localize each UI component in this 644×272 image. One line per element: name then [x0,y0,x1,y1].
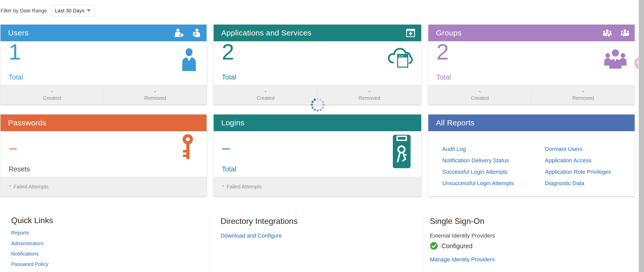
passwords-card-body: – Resets [1,131,207,177]
applications-total-label: Total [222,73,236,81]
users-card-title: Users [8,29,29,37]
external-identity-providers-label: External Identity Providers [430,232,495,239]
users-removed-cell: - Removed [104,85,207,105]
filter-bar: Filter by Date Range Last 30 Days [1,5,95,17]
quick-link-administrators[interactable]: Administrators [11,241,44,246]
applications-created-cell: - Created [214,85,317,105]
section-divider [423,216,423,272]
groups-card: Groups 2 Total [428,25,635,105]
users-total-value: 1 [9,40,21,64]
applications-total-value: 2 [222,40,234,64]
add-application-icon[interactable] [406,28,416,38]
applications-created-label: Created [256,95,274,101]
quick-link-reports[interactable]: Reports [11,230,29,236]
all-reports-card: All Reports Audit Log Notification Deliv… [428,114,635,196]
report-link-diagnostic-data[interactable]: Diagnostic Data [545,180,584,187]
applications-card: Applications and Services 2 Total [214,25,421,105]
passwords-card-title: Passwords [8,119,46,127]
download-and-configure-link[interactable]: Download and Configure [220,232,282,239]
groups-removed-label: Removed [572,95,594,101]
loading-spinner [310,97,325,112]
report-link-application-access[interactable]: Application Access [545,157,591,164]
report-link-successful-login-attempts[interactable]: Successful Login Attempts [442,169,508,175]
groups-card-header: Groups [428,25,635,41]
groups-total-label: Total [436,73,451,81]
group-icon [603,48,628,70]
applications-created-value: - [265,89,266,94]
report-link-dormant-users[interactable]: Dormant Users [545,146,582,152]
groups-removed-value: - [582,89,584,94]
check-circle-icon [430,242,438,250]
login-key-icon [392,133,411,168]
users-removed-value: - [154,89,156,94]
directory-integrations-title: Directory Integrations [220,217,298,226]
import-groups-icon[interactable] [619,28,629,38]
applications-card-title: Applications and Services [221,29,311,37]
quick-link-notifications[interactable]: Notifications [11,251,39,257]
users-total-label: Total [9,73,23,81]
passwords-card-footer: - Failed Attempts [1,177,207,196]
sso-status-text: Configured [441,242,472,250]
users-card-header: Users [1,25,207,41]
key-icon [182,134,193,161]
passwords-resets-label: Resets [9,165,30,173]
users-card: Users 1 Total [1,25,207,105]
groups-card-title: Groups [436,29,462,37]
report-link-audit-log[interactable]: Audit Log [442,146,466,152]
users-created-value: - [51,89,53,94]
logins-card-header: Logins [214,114,421,131]
passwords-card-header: Passwords [1,114,207,131]
scrollbar-thumb[interactable] [639,0,644,272]
add-user-icon[interactable] [174,28,184,38]
dashboard-page: Filter by Date Range Last 30 Days Users [0,0,644,272]
manage-identity-providers-link[interactable]: Manage Identity Providers [430,256,495,263]
groups-card-body: 2 Total [428,41,635,85]
add-group-icon[interactable] [602,28,612,38]
groups-card-footer: - Created - Removed [428,85,635,105]
groups-removed-cell: - Removed [532,85,635,105]
users-created-cell: - Created [1,85,103,105]
users-card-body: 1 Total [1,41,207,85]
all-reports-card-body: Audit Log Notification Delivery Status S… [428,131,635,196]
date-range-select[interactable]: Last 30 Days [51,5,95,16]
users-removed-label: Removed [144,95,166,101]
groups-total-value: 2 [436,40,449,64]
date-range-value: Last 30 Days [55,8,84,14]
logins-failed-value: - [222,182,224,189]
logins-failed-label: Failed Attempts [227,184,262,190]
passwords-failed-value: - [9,182,11,189]
applications-removed-value: - [369,89,370,94]
cloud-application-icon [387,46,414,69]
applications-card-header: Applications and Services [214,25,421,41]
passwords-resets-value: – [9,141,17,154]
single-sign-on-title: Single Sign-On [430,217,484,226]
report-link-notification-delivery-status[interactable]: Notification Delivery Status [442,157,509,164]
logins-total-label: Total [222,165,236,173]
groups-created-label: Created [471,95,489,101]
section-divider [210,216,211,272]
user-icon [181,48,197,71]
applications-card-body: 2 Total [214,41,421,85]
groups-created-cell: - Created [428,85,531,105]
sso-status: Configured [430,242,472,250]
filter-label: Filter by Date Range [1,8,47,14]
applications-removed-label: Removed [359,95,380,101]
scrollbar-track[interactable] [638,0,644,272]
quick-link-password-policy[interactable]: Password Policy [11,261,48,267]
all-reports-card-header: All Reports [428,114,635,131]
import-users-icon[interactable] [191,28,201,38]
all-reports-card-title: All Reports [436,119,474,127]
logins-card-body: – Total [214,131,421,177]
logins-total-value: – [222,141,230,154]
users-card-footer: - Created - Removed [1,85,207,105]
logins-card: Logins – Total - Failed Attempts [214,114,421,196]
report-link-application-role-privileges[interactable]: Application Role Privileges [545,169,611,175]
quick-links-title: Quick Links [11,216,53,225]
logins-card-footer: - Failed Attempts [214,177,421,196]
caret-down-icon [87,9,91,12]
users-created-label: Created [43,95,61,101]
logins-card-title: Logins [221,119,244,127]
applications-removed-cell: - Removed [318,85,421,105]
report-link-unsuccessful-login-attempts[interactable]: Unsuccessful Login Attempts [442,180,514,187]
groups-created-value: - [479,89,481,94]
